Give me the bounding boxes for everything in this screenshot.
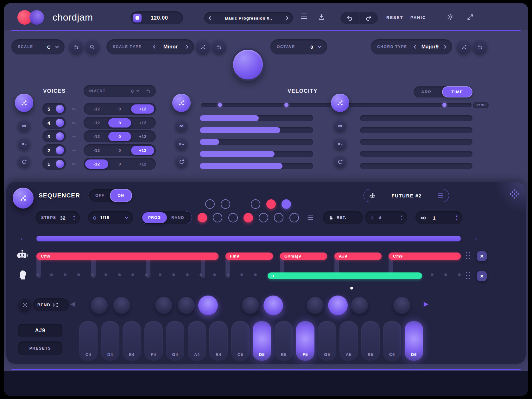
- voices-random-knob[interactable]: [15, 94, 33, 112]
- timeline-next-button[interactable]: →: [471, 234, 478, 242]
- time-bar-1[interactable]: [360, 115, 472, 121]
- scale-selector[interactable]: SCALE C: [11, 39, 65, 54]
- bend-pad-Cs6[interactable]: [393, 297, 410, 314]
- preset-menu-icon[interactable]: [438, 192, 443, 199]
- reset-button[interactable]: RESET: [386, 15, 403, 20]
- up-arrow-icon[interactable]: ▲: [455, 215, 458, 217]
- chord-block[interactable]: Cm9: [36, 252, 218, 260]
- down-arrow-icon[interactable]: ▼: [73, 218, 75, 221]
- key-D6-active[interactable]: D6: [405, 321, 423, 361]
- scale-type-next-icon[interactable]: [185, 45, 188, 48]
- key-icon[interactable]: [72, 134, 77, 139]
- velocity-infinity-button[interactable]: ∞: [175, 120, 187, 132]
- preset-next-icon[interactable]: [285, 16, 288, 20]
- scale-type-swap-button[interactable]: [212, 40, 226, 54]
- bend-pad-Ds5-active[interactable]: [263, 296, 283, 315]
- steps-stepper[interactable]: STEPS 32 ▲▼: [35, 211, 80, 224]
- melody-note-block[interactable]: D: [268, 272, 422, 279]
- step-dot-active[interactable]: [266, 199, 276, 209]
- chord-track-drag-handle[interactable]: [466, 252, 471, 260]
- velocity-bar-3[interactable]: [200, 139, 313, 145]
- key-F5-active[interactable]: F5: [296, 321, 314, 361]
- prog-option[interactable]: PROG: [142, 212, 167, 223]
- scale-search-button[interactable]: [85, 40, 99, 54]
- menu-button[interactable]: [301, 12, 307, 20]
- up-arrow-icon[interactable]: ▲: [73, 215, 75, 217]
- bend-next-button[interactable]: ▶: [424, 300, 428, 308]
- voice-toggle-3[interactable]: 3: [42, 130, 66, 142]
- time-slider-handle[interactable]: [442, 103, 446, 107]
- voice-toggle-5[interactable]: 5: [42, 103, 66, 115]
- step-dot[interactable]: [221, 199, 230, 209]
- voices-lock-button[interactable]: [18, 138, 30, 150]
- step-dot[interactable]: [274, 213, 283, 222]
- offset-zero[interactable]: 0: [108, 118, 131, 128]
- velocity-range-handle-max[interactable]: [284, 103, 288, 107]
- time-random-knob[interactable]: [331, 94, 349, 112]
- key-E4[interactable]: E4: [123, 321, 141, 361]
- offset-minus12[interactable]: -12: [85, 146, 108, 155]
- bend-pad-Fs5[interactable]: [307, 297, 324, 314]
- offset-plus12[interactable]: +12: [131, 118, 154, 128]
- bend-mode-button[interactable]: BEND: [33, 298, 69, 311]
- invert-control[interactable]: INVERT 0: [84, 85, 156, 97]
- key-icon[interactable]: [72, 106, 77, 112]
- pad-grid-button[interactable]: [509, 188, 520, 200]
- step-dot-active[interactable]: [244, 213, 253, 222]
- bpm-value[interactable]: 120.00: [142, 15, 177, 21]
- bend-pad-Gs4[interactable]: [178, 297, 195, 314]
- offset-plus12[interactable]: +12: [131, 104, 154, 114]
- velocity-bar-2[interactable]: [200, 127, 313, 133]
- master-knob[interactable]: [233, 50, 263, 79]
- time-bar-4[interactable]: [360, 151, 472, 157]
- key-B4[interactable]: B4: [209, 321, 228, 361]
- step-dot[interactable]: [259, 213, 268, 222]
- key-E5[interactable]: E5: [275, 321, 293, 361]
- key-C5[interactable]: C5: [231, 321, 250, 361]
- offset-plus12[interactable]: +12: [131, 146, 154, 155]
- reset-sequence-button[interactable]: RST.: [323, 211, 363, 224]
- note-repeat-stepper[interactable]: ♫ 4 ▲▼: [365, 211, 407, 224]
- scale-type-random-button[interactable]: [196, 40, 210, 54]
- bend-pad-Gs5-active[interactable]: [328, 296, 348, 315]
- bend-pad-Cs4[interactable]: [91, 297, 108, 314]
- page-indicator-dot[interactable]: [350, 287, 353, 290]
- bend-settings-button[interactable]: [19, 299, 31, 311]
- bend-pad-Cs5[interactable]: [242, 297, 259, 314]
- scale-swap-button[interactable]: [69, 40, 83, 54]
- arp-option[interactable]: ARP: [421, 90, 431, 94]
- velocity-range-handle-min[interactable]: [218, 103, 222, 107]
- offset-zero[interactable]: 0: [108, 104, 131, 114]
- preset-name[interactable]: Basic Progression 0..: [212, 16, 285, 21]
- sequencer-preset-selector[interactable]: FUTURE #2: [364, 189, 449, 202]
- up-arrow-icon[interactable]: ▲: [400, 215, 403, 217]
- key-B5[interactable]: B5: [361, 321, 380, 361]
- chord-type-swap-button[interactable]: [473, 40, 487, 54]
- chord-type-next-icon[interactable]: [443, 45, 446, 48]
- offset-minus12[interactable]: -12: [85, 159, 108, 169]
- rate-selector[interactable]: Q 1/16: [88, 211, 133, 224]
- voices-infinity-button[interactable]: ∞: [18, 120, 30, 132]
- offset-zero[interactable]: 0: [108, 132, 131, 141]
- key-C6[interactable]: C6: [383, 321, 401, 361]
- velocity-random-knob[interactable]: [172, 94, 191, 112]
- timeline-prev-button[interactable]: ←: [20, 234, 27, 242]
- timeline-position-bar[interactable]: [36, 236, 461, 241]
- bend-pad-Ds4[interactable]: [113, 297, 130, 314]
- velocity-bar-5[interactable]: [200, 163, 313, 169]
- bend-pad-Fs4[interactable]: [155, 297, 172, 314]
- offset-plus12[interactable]: +12: [131, 132, 154, 141]
- down-arrow-icon[interactable]: ▼: [400, 218, 403, 221]
- time-bar-3[interactable]: [360, 139, 472, 145]
- time-lock-button[interactable]: [334, 138, 346, 150]
- stop-button[interactable]: [133, 14, 142, 22]
- time-bar-2[interactable]: [360, 127, 472, 133]
- chord-track-robot-button[interactable]: [15, 248, 29, 262]
- chord-block[interactable]: Fm9: [225, 252, 273, 260]
- step-dot-active[interactable]: [198, 213, 207, 222]
- step-dot[interactable]: [289, 213, 299, 222]
- arp-time-toggle[interactable]: ARP TIME: [414, 86, 472, 97]
- chord-block[interactable]: Cm9: [389, 252, 461, 260]
- prog-rand-toggle[interactable]: PROG RAND: [141, 211, 192, 224]
- loop-count-stepper[interactable]: ∞ 1 ▲▼: [415, 211, 462, 224]
